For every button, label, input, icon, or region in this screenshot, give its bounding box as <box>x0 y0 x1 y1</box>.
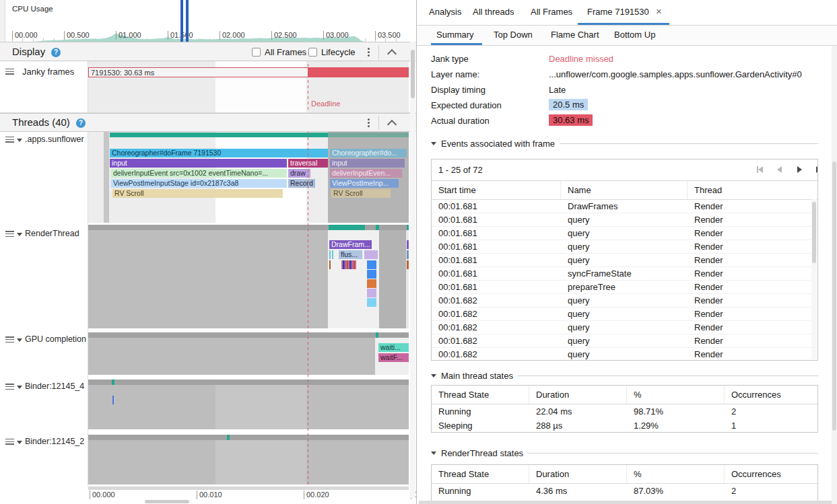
trace-event-square[interactable] <box>367 270 376 279</box>
trace-event-viewpostime-dim[interactable]: ViewPostImeInp... <box>330 179 399 188</box>
event-row[interactable]: 00:01.681queryRender <box>432 227 817 240</box>
trace-event-waiting[interactable]: waiti... <box>378 343 409 352</box>
subtab-top-down[interactable]: Top Down <box>494 30 533 40</box>
section-collapse-icon[interactable] <box>431 142 436 145</box>
range-selection-handle[interactable] <box>180 0 183 42</box>
event-row[interactable]: 00:01.682queryRender <box>432 294 817 308</box>
cpu-usage-track[interactable]: CPU Usage 00.000 00.500 01.000 01.500 02… <box>0 0 416 42</box>
trace-event-choreographer[interactable]: Choreographer#doFrame 7191530 <box>110 149 328 157</box>
drag-handle-icon[interactable] <box>5 384 14 390</box>
drag-handle-icon[interactable] <box>5 336 14 343</box>
events-section-header[interactable]: Events associated with frame <box>431 139 818 149</box>
event-row[interactable]: 00:01.682queryRender <box>432 321 817 334</box>
column-header-percent[interactable]: % <box>627 386 725 404</box>
janky-frame-bar[interactable]: 7191530: 30.63 ms <box>88 67 308 77</box>
column-header-percent[interactable]: % <box>627 465 725 483</box>
events-scrollbar-thumb[interactable] <box>812 202 816 263</box>
column-header-thread[interactable]: Thread <box>688 181 812 199</box>
trace-event-tick[interactable] <box>332 250 333 259</box>
horizontal-scrollbar-thumb[interactable] <box>145 500 189 503</box>
trace-event-bar[interactable] <box>364 250 378 259</box>
close-tab-icon[interactable]: × <box>656 5 662 17</box>
drag-handle-icon[interactable] <box>5 231 14 237</box>
drag-handle-icon[interactable] <box>5 439 14 445</box>
help-icon[interactable]: ? <box>51 48 61 57</box>
column-header-thread-state[interactable]: Thread State <box>432 386 529 404</box>
thread-expander-icon[interactable] <box>17 386 22 389</box>
trace-event-drawframes[interactable]: DrawFram... <box>329 240 372 249</box>
trace-event-tick[interactable] <box>329 250 331 259</box>
janky-frame-bar-overrun[interactable] <box>308 67 409 77</box>
tab-all-threads[interactable]: All threads <box>473 7 514 17</box>
trace-event-rv-scroll[interactable]: RV Scroll <box>112 189 283 198</box>
lifecycle-checkbox[interactable] <box>308 48 317 57</box>
trace-event-square[interactable] <box>367 298 376 307</box>
event-row[interactable]: 00:01.681queryRender <box>432 254 817 267</box>
page-first-button[interactable] <box>757 166 763 173</box>
column-header-duration[interactable]: Duration <box>529 386 627 404</box>
subtab-summary[interactable]: Summary <box>436 30 474 40</box>
column-header-duration[interactable]: Duration <box>529 465 627 483</box>
event-row[interactable]: 00:01.681queryRender <box>432 240 817 254</box>
panel-scrollbar-thumb[interactable] <box>832 161 836 431</box>
column-header-name[interactable]: Name <box>561 181 688 199</box>
tab-all-frames[interactable]: All Frames <box>531 7 572 17</box>
thread-expander-icon[interactable] <box>17 233 22 236</box>
drag-handle-icon[interactable] <box>5 137 14 143</box>
thread-name-renderthread[interactable]: RenderThread <box>25 229 79 238</box>
event-row[interactable]: 00:01.681syncFrameStateRender <box>432 267 817 281</box>
thread-expander-icon[interactable] <box>17 441 22 444</box>
trace-event-tick[interactable] <box>112 396 114 404</box>
column-header-occurrences[interactable]: Occurrences <box>725 386 812 404</box>
range-selection-handle[interactable] <box>186 0 189 42</box>
event-row[interactable]: 00:01.682queryRender <box>432 308 817 321</box>
thread-expander-icon[interactable] <box>17 338 22 342</box>
state-row[interactable]: Running22.04 ms98.71%2 <box>432 404 817 419</box>
thread-expander-icon[interactable] <box>17 139 22 142</box>
drag-handle-icon[interactable] <box>5 69 14 75</box>
trace-event-rv-scroll-dim[interactable]: RV Scroll <box>331 189 391 198</box>
help-icon[interactable]: ? <box>76 118 86 128</box>
state-row[interactable]: Running4.36 ms87.03%2 <box>432 484 817 498</box>
event-row[interactable]: 00:01.681queryRender <box>432 213 817 227</box>
trace-event-square[interactable] <box>367 279 376 288</box>
section-collapse-icon[interactable] <box>431 374 436 377</box>
page-last-button[interactable] <box>816 166 818 173</box>
more-options-icon[interactable] <box>368 118 370 120</box>
thread-name-sunflower[interactable]: .apps.sunflower <box>25 135 84 144</box>
collapse-section-icon[interactable] <box>387 120 397 129</box>
trace-event-square[interactable] <box>367 289 376 297</box>
thread-name-binder-2[interactable]: Binder:12145_2 <box>25 437 84 446</box>
more-options-icon[interactable] <box>368 48 370 50</box>
subtab-flame-chart[interactable]: Flame Chart <box>551 30 599 40</box>
trace-event-viewpostime[interactable]: ViewPostImeInputStage id=0x2187c3a8 <box>111 179 287 188</box>
trace-event-deliver-dim[interactable]: deliverInputEven... <box>330 169 402 178</box>
column-header-start-time[interactable]: Start time <box>432 181 561 199</box>
main-states-section-header[interactable]: Main thread states <box>431 371 818 381</box>
section-collapse-icon[interactable] <box>431 452 436 455</box>
column-header-occurrences[interactable]: Occurrences <box>725 465 812 483</box>
state-row[interactable]: Sleeping288 µs1.29%1 <box>432 419 817 433</box>
event-row[interactable]: 00:01.682queryRender <box>432 348 817 361</box>
tab-frame[interactable]: Frame 7191530 <box>587 7 649 17</box>
event-row[interactable]: 00:01.681DrawFramesRender <box>432 200 817 213</box>
trace-event-tick[interactable] <box>329 260 331 269</box>
vertical-scrollbar-track[interactable] <box>410 42 415 498</box>
page-next-icon[interactable] <box>797 166 802 173</box>
subtab-bottom-up[interactable]: Bottom Up <box>614 30 655 40</box>
event-row[interactable]: 00:01.681prepareTreeRender <box>432 281 817 294</box>
render-states-section-header[interactable]: RenderThread states <box>431 448 818 458</box>
trace-event-input[interactable]: input <box>110 159 287 168</box>
tab-analysis[interactable]: Analysis <box>429 7 461 17</box>
all-frames-checkbox[interactable] <box>252 48 261 57</box>
page-prev-icon[interactable] <box>777 166 782 173</box>
collapse-section-icon[interactable] <box>387 49 397 59</box>
trace-event-choreographer-dim[interactable]: Choreographer#do... <box>330 149 407 157</box>
trace-event-waitfence[interactable]: waitF... <box>378 353 409 362</box>
trace-event-deliver-input[interactable]: deliverInputEvent src=0x1002 eventTimeNa… <box>111 169 287 178</box>
thread-name-gpu-completion[interactable]: GPU completion <box>25 334 86 344</box>
thread-name-binder-4[interactable]: Binder:12145_4 <box>25 382 84 391</box>
trace-event-ticks[interactable] <box>341 260 356 269</box>
column-header-thread-state[interactable]: Thread State <box>432 465 529 483</box>
trace-event-record[interactable]: Record ... <box>288 179 315 188</box>
